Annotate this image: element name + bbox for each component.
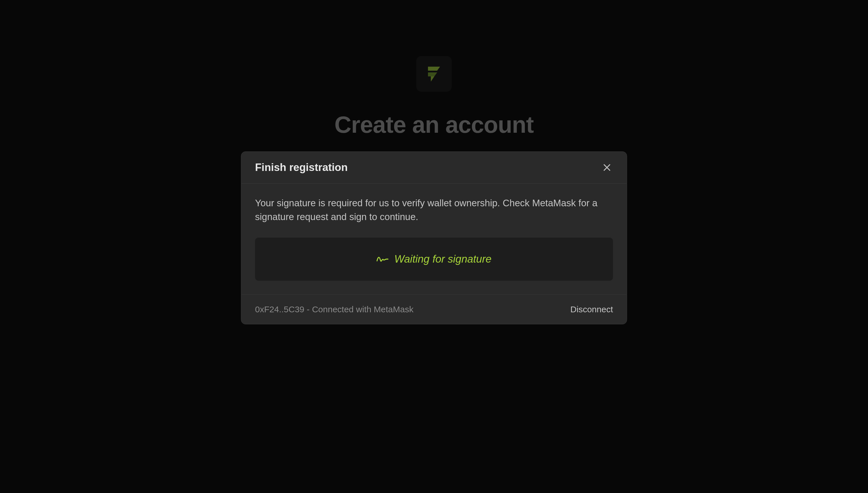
modal-body: Your signature is required for us to ver… — [242, 184, 627, 295]
disconnect-button[interactable]: Disconnect — [570, 304, 613, 314]
signature-icon — [376, 255, 389, 263]
finish-registration-modal: Finish registration Your signature is re… — [241, 151, 627, 324]
waiting-signature-box: Waiting for signature — [255, 238, 613, 281]
waiting-label: Waiting for signature — [394, 253, 492, 265]
wallet-status: 0xF24..5C39 - Connected with MetaMask — [255, 304, 414, 314]
modal-description: Your signature is required for us to ver… — [255, 196, 613, 224]
close-icon — [602, 163, 612, 172]
modal-header: Finish registration — [242, 152, 627, 184]
modal-footer: 0xF24..5C39 - Connected with MetaMask Di… — [242, 295, 627, 324]
modal-title: Finish registration — [255, 162, 348, 173]
close-button[interactable] — [601, 162, 613, 173]
